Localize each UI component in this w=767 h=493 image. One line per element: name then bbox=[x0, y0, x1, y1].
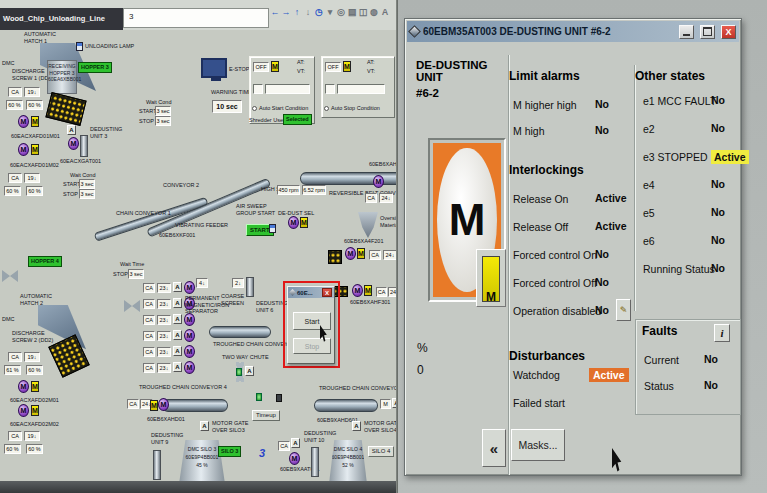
start-button[interactable]: Start bbox=[293, 312, 331, 330]
section-title: Limit alarms bbox=[509, 69, 635, 99]
info-button[interactable]: i bbox=[714, 324, 730, 342]
restore-button[interactable] bbox=[700, 25, 715, 39]
dialog-titlebar[interactable]: 60EBM35AT003 DE-DUSTING UNIT #6-2 X bbox=[407, 21, 739, 42]
motor-icon[interactable]: M bbox=[288, 216, 299, 229]
motor-icon[interactable]: M bbox=[373, 175, 384, 188]
value-box: CA bbox=[127, 399, 139, 409]
down-icon[interactable]: ↓ bbox=[303, 7, 313, 17]
motor-icon[interactable]: M bbox=[18, 115, 29, 128]
motor-icon[interactable]: M bbox=[184, 313, 195, 326]
equipment-label: STOP bbox=[63, 191, 78, 198]
silo4-button[interactable]: SILO 4 bbox=[368, 446, 394, 457]
motor-icon[interactable]: M bbox=[184, 345, 195, 358]
row-label: Watchdog bbox=[513, 369, 560, 381]
lamp-icon bbox=[256, 393, 262, 401]
popup-close-icon[interactable]: X bbox=[322, 288, 332, 297]
radio-button[interactable] bbox=[252, 106, 257, 111]
marker-note: 3 bbox=[259, 447, 265, 459]
value-box: 450 rpm bbox=[277, 185, 300, 195]
window-icon[interactable]: ◫ bbox=[358, 7, 368, 17]
manual-m-icon[interactable]: M bbox=[31, 144, 39, 155]
archive-icon[interactable]: ◍ bbox=[369, 7, 379, 17]
motor-icon[interactable]: M bbox=[184, 329, 195, 342]
value-box: CA bbox=[369, 250, 381, 260]
auto-indicator[interactable]: A bbox=[173, 362, 182, 372]
row-value: No bbox=[595, 304, 609, 316]
row-label: Running Status bbox=[643, 263, 715, 275]
auto-indicator[interactable]: A bbox=[173, 346, 182, 356]
auto-indicator[interactable]: A bbox=[173, 282, 182, 292]
manual-m-icon[interactable]: M bbox=[357, 248, 365, 259]
close-button[interactable]: X bbox=[721, 25, 736, 39]
equipment-label: 60EACXAFD01M01 bbox=[11, 133, 60, 140]
motor-icon[interactable]: M bbox=[18, 143, 29, 156]
other-states-section: Other states e1 MCC FAULTNoe2Noe3 STOPPE… bbox=[635, 69, 741, 291]
motor-icon[interactable]: M bbox=[18, 380, 29, 393]
motor-icon[interactable]: M bbox=[345, 247, 356, 260]
record-icon[interactable]: ◎ bbox=[336, 7, 346, 17]
list-icon[interactable]: ▤ bbox=[347, 7, 357, 17]
manual-m-icon[interactable]: M bbox=[150, 400, 158, 411]
edit-button[interactable]: ✎ bbox=[616, 299, 631, 321]
equipment-label: DEDUSTING UNIT 3 bbox=[90, 126, 122, 139]
manual-m-icon[interactable]: M bbox=[300, 217, 308, 228]
popup-app-icon bbox=[289, 289, 296, 296]
section-title: Disturbances bbox=[509, 349, 635, 369]
font-icon[interactable]: A bbox=[380, 7, 390, 17]
radio-button[interactable] bbox=[324, 106, 329, 111]
forward-icon[interactable]: → bbox=[281, 7, 291, 17]
auto-indicator[interactable]: A bbox=[352, 421, 361, 431]
value-box: 4↓ bbox=[196, 278, 208, 288]
row-label: e3 STOPPED bbox=[643, 151, 708, 163]
motor-icon[interactable]: M bbox=[158, 398, 169, 411]
minimize-button[interactable] bbox=[679, 25, 694, 39]
faults-section: Faults i CurrentNoStatusNo bbox=[635, 319, 741, 415]
motor-icon[interactable]: M bbox=[18, 404, 29, 417]
equipment-label: STOP bbox=[139, 118, 154, 125]
selected-button[interactable]: Selected bbox=[283, 114, 312, 125]
clock-icon[interactable]: ◷ bbox=[314, 7, 324, 17]
auto-indicator[interactable]: A bbox=[67, 125, 76, 135]
row-value: No bbox=[711, 206, 725, 218]
equipment-label: STOP bbox=[113, 271, 128, 278]
auto-indicator[interactable]: A bbox=[173, 314, 182, 324]
manual-m-icon[interactable]: M bbox=[364, 285, 372, 296]
manual-mode-badge[interactable]: M bbox=[476, 249, 506, 307]
collapse-button[interactable]: « bbox=[482, 429, 506, 467]
motor-icon[interactable]: M bbox=[68, 137, 79, 150]
dropdown-icon[interactable]: ▾ bbox=[325, 7, 335, 17]
auto-indicator[interactable]: A bbox=[245, 366, 254, 376]
manual-m-icon[interactable]: M bbox=[271, 61, 279, 72]
popup-titlebar[interactable]: 60E... X bbox=[288, 287, 334, 298]
timeup-button[interactable]: Timeup bbox=[252, 410, 280, 421]
auto-indicator[interactable]: A bbox=[200, 421, 209, 431]
equipment-label: START bbox=[139, 108, 157, 115]
e-stop-icon[interactable] bbox=[201, 58, 227, 78]
up-icon[interactable]: ↑ bbox=[292, 7, 302, 17]
manual-m-icon[interactable]: M bbox=[31, 381, 39, 392]
value-box: CA bbox=[143, 315, 155, 325]
value-box: CA bbox=[8, 431, 22, 441]
motor-icon[interactable]: M bbox=[184, 281, 195, 294]
auto-indicator[interactable]: A bbox=[173, 330, 182, 340]
manual-m-icon[interactable]: M bbox=[31, 116, 39, 127]
auto-indicator[interactable]: A bbox=[291, 438, 300, 448]
input-field bbox=[325, 84, 335, 94]
screw-conveyor-icon bbox=[48, 334, 90, 377]
address-field[interactable]: 3 bbox=[123, 8, 269, 28]
back-icon[interactable]: ← bbox=[270, 7, 280, 17]
manual-m-icon[interactable]: M bbox=[31, 405, 39, 416]
motor-icon[interactable]: M bbox=[184, 361, 195, 374]
masks-button[interactable]: Masks... bbox=[511, 429, 565, 461]
auto-indicator[interactable]: A bbox=[173, 298, 182, 308]
motor-icon[interactable]: M bbox=[289, 452, 300, 465]
value-box: 19↓ bbox=[24, 352, 40, 362]
percent-label: % bbox=[417, 341, 428, 355]
value-box: 19↓ bbox=[24, 431, 40, 441]
manual-m-icon[interactable]: M bbox=[343, 61, 351, 72]
motor-icon[interactable]: M bbox=[352, 284, 363, 297]
status-row: StatusNo bbox=[636, 380, 740, 406]
dialog-column-1: Limit alarms M higher highNoM highNo Int… bbox=[509, 43, 635, 472]
section-title: Other states bbox=[635, 69, 741, 95]
equipment-label: AUTOMATIC HATCH 1 bbox=[24, 31, 56, 44]
